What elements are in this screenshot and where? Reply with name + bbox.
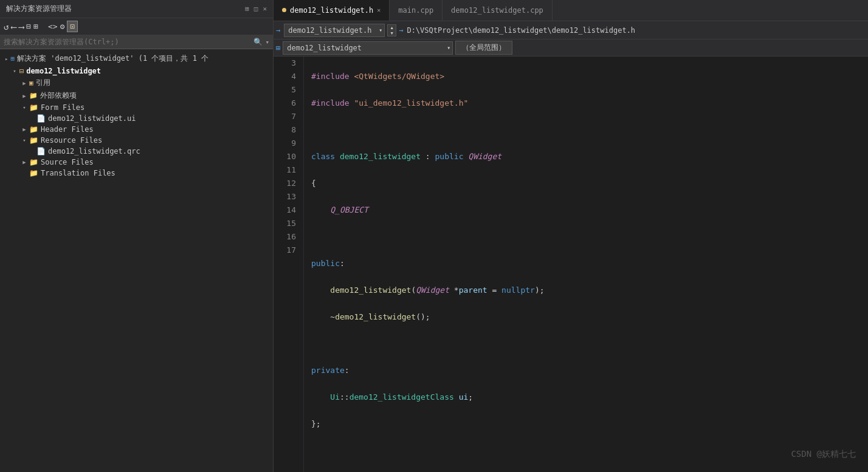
- code-content[interactable]: #include <QtWidgets/QWidget> #include "u…: [304, 56, 868, 472]
- pin-button[interactable]: ⊞: [245, 5, 249, 13]
- formfiles-icon: 📁: [29, 103, 38, 112]
- tree-item-qrc[interactable]: 📄 demo12_listwidget.qrc: [0, 146, 273, 157]
- line-num-8: 8: [278, 123, 296, 137]
- code-line-5: [311, 123, 861, 137]
- qrc-file-label: demo12_listwidget.qrc: [48, 147, 140, 156]
- collapse-icon[interactable]: ⊞: [33, 22, 38, 31]
- formfiles-label: Form Files: [41, 103, 84, 112]
- line-num-11: 11: [278, 163, 296, 177]
- headerfiles-arrow: ▶: [19, 126, 29, 132]
- settings-icon[interactable]: ⚙: [60, 22, 65, 31]
- project-name: demo12_listwidget: [26, 67, 101, 75]
- sourcefiles-icon: 📁: [29, 158, 38, 166]
- line-num-3: 3: [278, 56, 296, 70]
- code-line-8: Q_OBJECT: [311, 204, 861, 217]
- nav-bar-2: ⊞ demo12_listwidget （全局范围）: [274, 39, 868, 56]
- nav-arrow-left[interactable]: →: [276, 26, 280, 35]
- ref-label: 引用: [36, 78, 50, 88]
- tab-h-modified: [282, 8, 286, 12]
- tree-item-ui[interactable]: 📄 demo12_listwidget.ui: [0, 113, 273, 124]
- back-icon[interactable]: ⟵: [11, 22, 16, 32]
- panel-title-buttons: ⊞ ◫ ✕: [245, 5, 267, 13]
- tree-item-resourcefiles[interactable]: ▾ 📁 Resource Files: [0, 135, 273, 146]
- tree-item-formfiles[interactable]: ▾ 📁 Form Files: [0, 102, 273, 113]
- qrc-file-icon: 📄: [36, 147, 46, 156]
- tab-h[interactable]: demo12_listwidget.h ✕: [274, 0, 390, 21]
- active-file-icon[interactable]: ⊡: [67, 21, 78, 32]
- code-icon[interactable]: <>: [48, 22, 58, 31]
- panel-title-bar: 解决方案资源管理器 ⊞ ◫ ✕: [0, 0, 273, 18]
- tab-main-label: main.cpp: [398, 6, 433, 15]
- toolbar: ↺ ⟵ ⟶ ⊟ ⊞ <> ⚙ ⊡: [0, 18, 273, 35]
- file-dropdown-wrapper: demo12_listwidget.h: [284, 24, 385, 37]
- solution-label: 解决方案 'demo12_listwidget' (1 个项目，共 1 个: [17, 53, 208, 64]
- line-num-14: 14: [278, 204, 296, 217]
- code-line-10: public:: [311, 257, 861, 270]
- nav-stepper-down[interactable]: ▼: [388, 30, 396, 36]
- code-line-4: #include "ui_demo12_listwidget.h": [311, 97, 861, 110]
- translationfiles-icon: 📁: [29, 169, 38, 177]
- line-numbers: 3 4 5 6 7 8 9 10 11 12 13 14 15 16 17: [274, 56, 304, 472]
- forward-icon[interactable]: ⟶: [19, 22, 24, 32]
- solution-arrow: ▸: [5, 56, 8, 62]
- code-line-7: {: [311, 177, 861, 190]
- project-item[interactable]: ▾ ⊟ demo12_listwidget: [0, 66, 273, 77]
- tab-cpp-label: demo12_listwidget.cpp: [451, 6, 543, 15]
- code-line-14: private:: [311, 364, 861, 377]
- tree-item-extdeps[interactable]: ▶ 📁 外部依赖项: [0, 89, 273, 102]
- line-num-12: 12: [278, 177, 296, 190]
- tree-area: ▸ ⊞ 解决方案 'demo12_listwidget' (1 个项目，共 1 …: [0, 49, 273, 472]
- tree-item-headerfiles[interactable]: ▶ 📁 Header Files: [0, 124, 273, 135]
- auto-hide-button[interactable]: ◫: [254, 5, 258, 13]
- line-num-5: 5: [278, 83, 296, 97]
- solution-icon: ⊞: [10, 55, 15, 63]
- scope-dropdown[interactable]: demo12_listwidget: [283, 41, 453, 55]
- sourcefiles-arrow: ▶: [19, 159, 29, 165]
- search-options-button[interactable]: ▾: [265, 38, 269, 46]
- nav-stepper: ▲ ▼: [387, 24, 396, 36]
- ui-file-icon: 📄: [36, 114, 46, 123]
- code-line-11: demo12_listwidget(QWidget *parent = null…: [311, 284, 861, 297]
- search-icon: 🔍: [253, 38, 263, 46]
- extdeps-arrow: ▶: [19, 93, 29, 99]
- nav-arrow-path: →: [399, 26, 403, 35]
- code-line-12: ~demo12_listwidget();: [311, 310, 861, 324]
- code-line-13: [311, 337, 861, 351]
- translationfiles-label: Translation Files: [41, 169, 115, 177]
- tab-main[interactable]: main.cpp: [390, 0, 443, 21]
- tab-cpp[interactable]: demo12_listwidget.cpp: [443, 0, 553, 21]
- search-bar: 🔍 ▾: [0, 35, 273, 49]
- expand-icon[interactable]: ⊟: [26, 22, 31, 31]
- tree-item-ref[interactable]: ▶ ▣ 引用: [0, 77, 273, 89]
- file-dropdown[interactable]: demo12_listwidget.h: [284, 24, 385, 37]
- solution-line: ▸ ⊞ 解决方案 'demo12_listwidget' (1 个项目，共 1 …: [0, 52, 273, 66]
- code-line-17: [311, 444, 861, 457]
- nav-stepper-up[interactable]: ▲: [388, 25, 396, 30]
- line-num-6: 6: [278, 97, 296, 110]
- editor-area[interactable]: 3 4 5 6 7 8 9 10 11 12 13 14 15 16 17 #i…: [274, 56, 868, 472]
- tree-item-sourcefiles[interactable]: ▶ 📁 Source Files: [0, 157, 273, 168]
- tree-item-translationfiles[interactable]: 📁 Translation Files: [0, 168, 273, 179]
- code-line-6: class demo12_listwidget : public QWidget: [311, 150, 861, 163]
- tab-h-close[interactable]: ✕: [377, 7, 381, 13]
- headerfiles-label: Header Files: [41, 125, 94, 134]
- resourcefiles-arrow: ▾: [19, 137, 29, 143]
- headerfiles-icon: 📁: [29, 125, 38, 134]
- search-input[interactable]: [4, 38, 251, 46]
- tabs-bar: demo12_listwidget.h ✕ main.cpp demo12_li…: [274, 0, 868, 21]
- resourcefiles-label: Resource Files: [41, 136, 102, 145]
- formfiles-arrow: ▾: [19, 104, 29, 111]
- extdeps-label: 外部依赖项: [40, 91, 77, 101]
- code-line-3: #include <QtWidgets/QWidget>: [311, 70, 861, 83]
- scope-dropdown-wrapper: demo12_listwidget: [283, 41, 453, 55]
- right-panel: demo12_listwidget.h ✕ main.cpp demo12_li…: [274, 0, 868, 472]
- code-line-16: };: [311, 417, 861, 431]
- code-line-15: Ui::demo12_listwidgetClass ui;: [311, 391, 861, 404]
- close-panel-button[interactable]: ✕: [263, 5, 267, 13]
- watermark: CSDN @妖精七七: [791, 449, 856, 460]
- scope-icon: ⊞: [276, 44, 280, 52]
- line-num-17: 17: [278, 244, 296, 257]
- line-num-7: 7: [278, 110, 296, 123]
- sync-icon[interactable]: ↺: [4, 22, 9, 32]
- ref-icon: ▣: [29, 79, 33, 87]
